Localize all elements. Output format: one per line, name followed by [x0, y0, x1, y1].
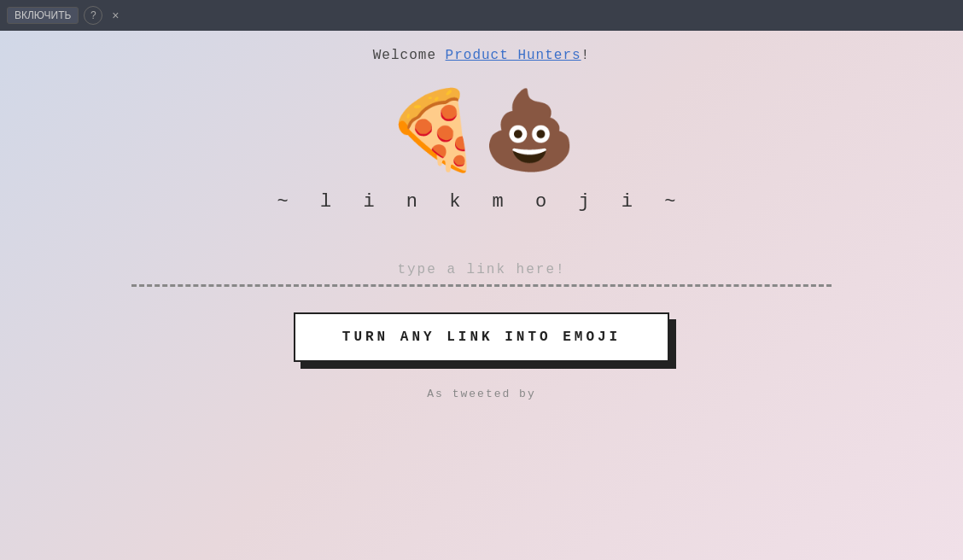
welcome-prefix: Welcome [373, 48, 446, 63]
as-tweeted-text: As tweeted by [427, 388, 535, 400]
poop-emoji: 💩 [482, 97, 577, 174]
cta-button[interactable]: TURN ANY LINK INTO EMOJI [294, 312, 669, 362]
input-section [131, 255, 832, 287]
welcome-suffix: ! [581, 48, 591, 63]
link-input[interactable] [131, 255, 832, 287]
close-button[interactable]: × [108, 8, 123, 23]
toolbar: ВКЛЮЧИТЬ ? × [0, 0, 963, 31]
toggle-button[interactable]: ВКЛЮЧИТЬ [7, 7, 79, 24]
pizza-emoji: 🍕 [386, 97, 482, 174]
product-hunters-link[interactable]: Product Hunters [446, 48, 581, 63]
welcome-text: Welcome Product Hunters! [373, 48, 590, 63]
main-content: Welcome Product Hunters! 🍕 💩 ~ l i n k m… [0, 31, 963, 560]
cta-button-wrapper: TURN ANY LINK INTO EMOJI [294, 312, 669, 362]
help-button[interactable]: ? [84, 6, 102, 25]
brand-name: ~ l i n k m o j i ~ [277, 191, 686, 213]
emoji-display: 🍕 💩 [386, 97, 577, 174]
